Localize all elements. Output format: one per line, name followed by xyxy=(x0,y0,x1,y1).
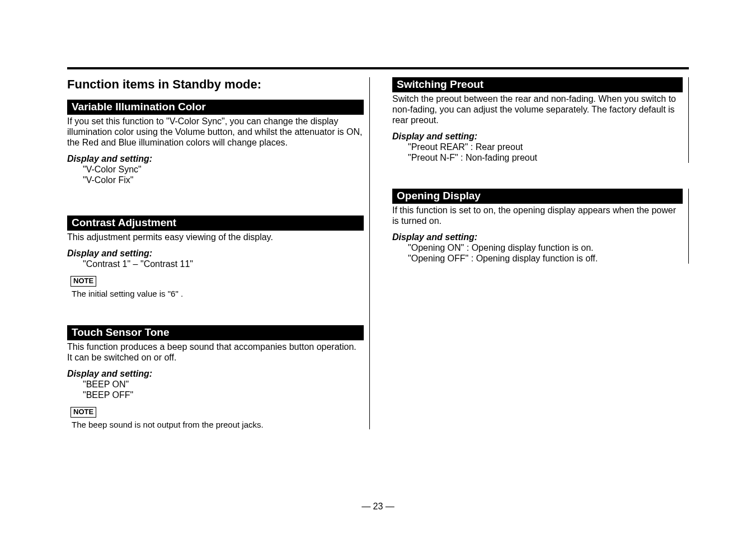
display-setting-label: Display and setting: xyxy=(67,154,364,164)
settings-list: "Preout REAR" : Rear preout "Preout N-F"… xyxy=(408,142,683,163)
display-setting-label: Display and setting: xyxy=(67,249,364,259)
section-variable-illumination: Variable Illumination Color If you set t… xyxy=(67,100,364,185)
section-body: This adjustment permits easy viewing of … xyxy=(67,232,364,243)
settings-list: "Contrast 1" – "Contrast 11" xyxy=(83,259,364,269)
section-heading: Contrast Adjustment xyxy=(67,216,364,231)
setting-value: "Preout REAR" : Rear preout xyxy=(408,142,683,152)
section-heading: Opening Display xyxy=(392,189,683,204)
display-setting-label: Display and setting: xyxy=(392,232,683,242)
setting-value: "BEEP ON" xyxy=(83,379,364,390)
setting-value: "Opening OFF" : Opening display function… xyxy=(408,253,683,264)
setting-value: "BEEP OFF" xyxy=(83,390,364,400)
section-heading: Variable Illumination Color xyxy=(67,100,364,115)
section-body: Switch the preout between the rear and n… xyxy=(392,94,683,126)
note-label: NOTE xyxy=(71,276,96,287)
settings-list: "BEEP ON" "BEEP OFF" xyxy=(83,379,364,400)
display-setting-label: Display and setting: xyxy=(67,369,364,379)
section-switching-preout: Switching Preout Switch the preout betwe… xyxy=(392,77,689,163)
setting-value: "V-Color Sync" xyxy=(83,164,364,175)
section-opening-display: Opening Display If this function is set … xyxy=(392,189,689,264)
section-heading: Switching Preout xyxy=(392,77,683,92)
page-title: Function items in Standby mode: xyxy=(67,77,364,92)
settings-list: "V-Color Sync" "V-Color Fix" xyxy=(83,164,364,185)
section-touch-sensor: Touch Sensor Tone This function produces… xyxy=(67,325,364,429)
setting-value: "Contrast 1" – "Contrast 11" xyxy=(83,259,364,269)
section-body: This function produces a beep sound that… xyxy=(67,342,364,363)
note-text: The initial setting value is "6" . xyxy=(72,289,364,298)
section-body: If you set this function to "V-Color Syn… xyxy=(67,116,364,148)
section-heading: Touch Sensor Tone xyxy=(67,325,364,340)
section-contrast: Contrast Adjustment This adjustment perm… xyxy=(67,216,364,298)
display-setting-label: Display and setting: xyxy=(392,132,683,142)
right-column: Switching Preout Switch the preout betwe… xyxy=(392,77,689,429)
page-number: — 23 — xyxy=(0,502,756,512)
section-body: If this function is set to on, the openi… xyxy=(392,205,683,227)
note-text: The beep sound is not output from the pr… xyxy=(72,420,364,429)
left-column: Function items in Standby mode: Variable… xyxy=(67,77,370,429)
setting-value: "V-Color Fix" xyxy=(83,175,364,185)
setting-value: "Preout N-F" : Non-fading preout xyxy=(408,152,683,163)
settings-list: "Opening ON" : Opening display function … xyxy=(408,242,683,264)
setting-value: "Opening ON" : Opening display function … xyxy=(408,242,683,253)
note-label: NOTE xyxy=(71,407,96,418)
